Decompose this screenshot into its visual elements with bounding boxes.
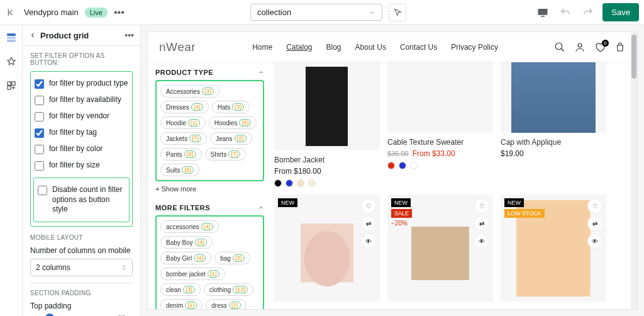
filter-pill[interactable]: Pants(8) xyxy=(160,148,202,161)
product-card[interactable]: Cap with Applique$19.00 xyxy=(501,62,606,187)
compare-btn[interactable]: ⇄ xyxy=(587,216,602,231)
product-card[interactable]: Bomber JacketFrom $180.00 xyxy=(274,62,380,187)
checkbox-filter-5[interactable]: for filter by size xyxy=(33,157,130,174)
product-image[interactable]: NEWSALE−20%♡⇄👁 xyxy=(387,195,493,302)
checkbox-input[interactable] xyxy=(35,112,44,121)
filter-pill[interactable]: Baby Girl(4) xyxy=(160,252,211,264)
checkbox-input[interactable] xyxy=(38,186,47,195)
pill-label: Hoodies xyxy=(214,120,238,127)
page-selector[interactable]: collection xyxy=(250,4,382,21)
cart-icon[interactable] xyxy=(614,42,626,53)
svg-rect-4 xyxy=(7,40,16,42)
quickview-btn[interactable]: 👁 xyxy=(587,234,602,249)
search-icon[interactable] xyxy=(554,42,565,53)
wishlist-icon[interactable]: 0 xyxy=(594,42,606,53)
color-swatch[interactable] xyxy=(410,162,418,169)
filter-pill[interactable]: bomber jacket(1) xyxy=(160,268,225,280)
color-swatch[interactable] xyxy=(308,179,316,187)
filter-pill[interactable]: Hoodies(5) xyxy=(209,116,257,129)
checkbox-disable-count[interactable]: Disable count in filter options as butto… xyxy=(36,182,126,218)
quickview-btn[interactable]: 👁 xyxy=(474,234,489,249)
checkbox-filter-3[interactable]: for filter by tag xyxy=(33,125,130,141)
checkbox-input[interactable] xyxy=(35,79,44,89)
filter-group-toggle[interactable]: PRODUCT TYPE xyxy=(155,65,264,80)
product-image[interactable]: NEWLOW STOCK♡⇄👁 xyxy=(501,195,606,302)
filter-pill[interactable]: accessories(4) xyxy=(160,220,219,233)
back-icon[interactable] xyxy=(29,31,36,39)
filter-pill[interactable]: Accessories(3) xyxy=(160,85,219,98)
checkbox-filter-1[interactable]: for filter by availability xyxy=(33,92,130,108)
account-icon[interactable] xyxy=(574,42,586,53)
pill-label: Jackets xyxy=(166,135,187,142)
color-swatch[interactable] xyxy=(387,162,395,169)
compare-btn[interactable]: ⇄ xyxy=(474,216,489,231)
checkbox-filter-2[interactable]: for filter by vendor xyxy=(33,108,130,125)
nav-link[interactable]: Catalog xyxy=(286,43,312,52)
product-image[interactable] xyxy=(274,62,380,150)
desktop-view-button[interactable] xyxy=(535,4,551,21)
redo-button[interactable] xyxy=(580,4,596,21)
color-swatch[interactable] xyxy=(297,179,304,187)
filter-pill[interactable]: dress(2) xyxy=(206,299,246,309)
wishlist-btn[interactable]: ♡ xyxy=(587,198,602,213)
top-bar: Vendypro main Live ••• collection Save xyxy=(0,0,644,25)
filter-pill[interactable]: bag(2) xyxy=(214,252,250,264)
product-card[interactable]: NEWLOW STOCK♡⇄👁 xyxy=(501,195,606,302)
nav-link[interactable]: Contact Us xyxy=(400,43,437,52)
filter-pill[interactable]: Dresses(4) xyxy=(160,101,209,113)
save-button[interactable]: Save xyxy=(602,3,639,21)
nav-link[interactable]: Home xyxy=(252,43,272,52)
store-header-icons: 0 xyxy=(554,42,626,53)
filter-pill[interactable]: Suits(5) xyxy=(160,164,199,176)
product-card[interactable]: NEW♡⇄👁 xyxy=(274,195,380,302)
checkbox-filter-0[interactable]: for filter by product type xyxy=(33,76,130,92)
color-swatch[interactable] xyxy=(286,179,293,187)
swatch-row xyxy=(387,162,493,169)
color-swatch[interactable] xyxy=(274,179,282,187)
checkbox-input[interactable] xyxy=(35,145,44,154)
product-image[interactable]: NEW♡⇄👁 xyxy=(274,195,380,302)
filter-pill[interactable]: Baby Boy(4) xyxy=(160,236,213,249)
filter-pill[interactable]: Jackets(7) xyxy=(160,132,207,145)
mobile-cols-select[interactable]: 2 columns xyxy=(30,259,133,276)
filter-pill[interactable]: clean(3) xyxy=(160,283,201,296)
preview-scrollbar[interactable] xyxy=(631,32,637,309)
compare-btn[interactable]: ⇄ xyxy=(361,216,376,231)
filter-group-toggle[interactable]: MORE FILTERS xyxy=(155,200,264,215)
quick-actions: ♡⇄👁 xyxy=(587,198,602,249)
filter-group-title: MORE FILTERS xyxy=(155,204,210,212)
filter-pill[interactable]: Jeans(2) xyxy=(210,132,252,145)
checkbox-filter-4[interactable]: for filter by color xyxy=(33,141,130,157)
filter-pill[interactable]: Hoodie(1) xyxy=(160,116,206,129)
rail-app-embeds[interactable] xyxy=(4,78,19,93)
wishlist-btn[interactable]: ♡ xyxy=(474,198,489,213)
rail-sections[interactable] xyxy=(4,30,19,45)
filter-pill[interactable]: clothing(13) xyxy=(204,283,253,296)
checkbox-input[interactable] xyxy=(35,161,44,171)
checkbox-input[interactable] xyxy=(35,128,44,138)
exit-editor-button[interactable] xyxy=(5,6,18,19)
show-more-link[interactable]: + Show more xyxy=(155,185,264,193)
rail-theme-settings[interactable] xyxy=(4,54,19,69)
panel-more-button[interactable]: ••• xyxy=(125,30,134,40)
scrollbar-thumb[interactable] xyxy=(631,35,636,79)
product-image[interactable] xyxy=(387,62,493,133)
nav-link[interactable]: Blog xyxy=(326,43,341,52)
filter-pill[interactable]: Hats(3) xyxy=(212,101,250,113)
pill-count: (2) xyxy=(229,302,241,309)
checkbox-input[interactable] xyxy=(35,96,44,105)
filter-pill[interactable]: Shirts(7) xyxy=(205,148,247,161)
filter-pill[interactable]: denim(1) xyxy=(160,299,203,309)
product-card[interactable]: NEWSALE−20%♡⇄👁 xyxy=(387,195,493,302)
nav-link[interactable]: Privacy Policy xyxy=(451,43,498,52)
store-logo[interactable]: nWear xyxy=(159,40,196,54)
project-more-button[interactable]: ••• xyxy=(114,7,125,18)
wishlist-btn[interactable]: ♡ xyxy=(361,198,376,213)
undo-button[interactable] xyxy=(557,4,574,21)
nav-link[interactable]: About Us xyxy=(355,43,386,52)
product-card[interactable]: Cable Texture Sweater$35.00From $33.00 xyxy=(387,62,493,187)
inspector-toggle[interactable] xyxy=(389,4,406,21)
color-swatch[interactable] xyxy=(399,162,406,169)
quickview-btn[interactable]: 👁 xyxy=(361,234,376,249)
product-image[interactable] xyxy=(501,62,606,133)
